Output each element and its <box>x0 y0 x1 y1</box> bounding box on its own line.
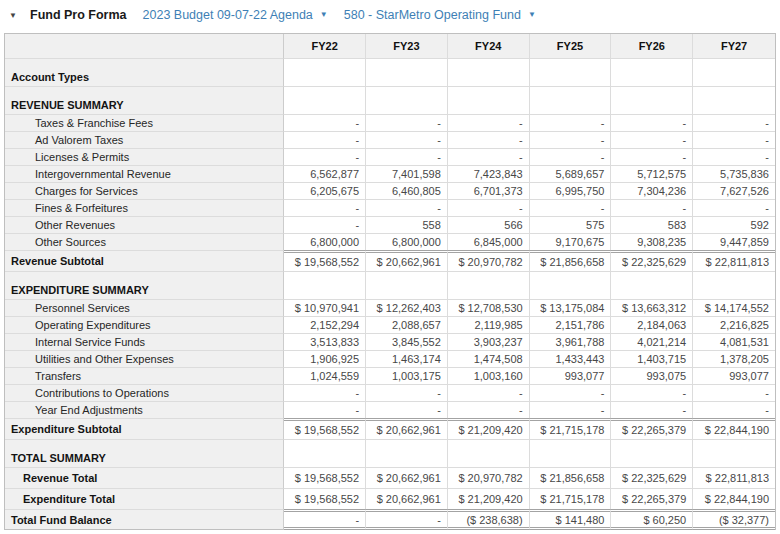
cell-expenditure-total-fy23: $ 20,662,961 <box>366 488 448 509</box>
cell-utilities-and-other-expenses-fy26: 1,403,715 <box>611 350 693 367</box>
cell-licenses-permits-fy22: - <box>284 148 366 165</box>
row-expenditure-subtotal: Expenditure Subtotal$ 19,568,552$ 20,662… <box>5 418 775 439</box>
cell-charges-for-services-fy24: 6,701,373 <box>448 182 530 199</box>
cell-transfers-fy26: 993,075 <box>611 367 693 384</box>
cell-taxes-franchise-fees-fy23: - <box>366 114 448 131</box>
cell-other-revenues-fy26: 583 <box>611 216 693 233</box>
row-operating-expenditures: Operating Expenditures2,152,2942,088,657… <box>5 316 775 333</box>
row-label-total-fund-balance: Total Fund Balance <box>5 509 284 530</box>
row-label-other-sources: Other Sources <box>5 233 284 250</box>
cell-internal-service-funds-fy26: 4,021,214 <box>611 333 693 350</box>
cell-charges-for-services-fy26: 7,304,236 <box>611 182 693 199</box>
cell-revenue-summary-fy22 <box>284 86 366 114</box>
cell-contributions-to-operations-fy25: - <box>530 384 612 401</box>
row-utilities-and-other-expenses: Utilities and Other Expenses1,906,9251,4… <box>5 350 775 367</box>
cell-utilities-and-other-expenses-fy23: 1,463,174 <box>366 350 448 367</box>
cell-other-revenues-fy25: 575 <box>530 216 612 233</box>
cell-revenue-subtotal-fy25: $ 21,856,658 <box>530 250 612 271</box>
cell-total-fund-balance-fy24: ($ 238,638) <box>448 509 530 530</box>
row-revenue-summary: REVENUE SUMMARY <box>5 86 775 114</box>
row-label-utilities-and-other-expenses: Utilities and Other Expenses <box>5 350 284 367</box>
cell-transfers-fy24: 1,003,160 <box>448 367 530 384</box>
cell-total-summary-fy24 <box>448 439 530 467</box>
cell-contributions-to-operations-fy27: - <box>693 384 775 401</box>
cell-expenditure-subtotal-fy23: $ 20,662,961 <box>366 418 448 439</box>
cell-year-end-adjustments-fy25: - <box>530 401 612 418</box>
cell-internal-service-funds-fy23: 3,845,552 <box>366 333 448 350</box>
cell-intergovernmental-revenue-fy24: 7,423,843 <box>448 165 530 182</box>
cell-contributions-to-operations-fy22: - <box>284 384 366 401</box>
cell-year-end-adjustments-fy22: - <box>284 401 366 418</box>
cell-operating-expenditures-fy26: 2,184,063 <box>611 316 693 333</box>
row-label-revenue-subtotal: Revenue Subtotal <box>5 250 284 271</box>
row-intergovernmental-revenue: Intergovernmental Revenue6,562,8777,401,… <box>5 165 775 182</box>
cell-licenses-permits-fy23: - <box>366 148 448 165</box>
row-label-account-types: Account Types <box>5 58 284 86</box>
cell-operating-expenditures-fy22: 2,152,294 <box>284 316 366 333</box>
cell-total-fund-balance-fy26: $ 60,250 <box>611 509 693 530</box>
row-label-revenue-summary: REVENUE SUMMARY <box>5 86 284 114</box>
fund-selector-dropdown[interactable]: 580 - StarMetro Operating Fund ▼ <box>344 8 536 22</box>
cell-utilities-and-other-expenses-fy27: 1,378,205 <box>693 350 775 367</box>
cell-ad-valorem-taxes-fy23: - <box>366 131 448 148</box>
row-year-end-adjustments: Year End Adjustments------ <box>5 401 775 418</box>
cell-revenue-total-fy26: $ 22,325,629 <box>611 467 693 488</box>
cell-taxes-franchise-fees-fy22: - <box>284 114 366 131</box>
row-label-taxes-franchise-fees: Taxes & Franchise Fees <box>5 114 284 131</box>
cell-charges-for-services-fy27: 7,627,526 <box>693 182 775 199</box>
cell-licenses-permits-fy26: - <box>611 148 693 165</box>
row-other-revenues: Other Revenues-558566575583592 <box>5 216 775 233</box>
cell-expenditure-total-fy26: $ 22,265,379 <box>611 488 693 509</box>
cell-year-end-adjustments-fy27: - <box>693 401 775 418</box>
cell-revenue-subtotal-fy22: $ 19,568,552 <box>284 250 366 271</box>
cell-personnel-services-fy26: $ 13,663,312 <box>611 299 693 316</box>
cell-expenditure-total-fy27: $ 22,844,190 <box>693 488 775 509</box>
cell-operating-expenditures-fy24: 2,119,985 <box>448 316 530 333</box>
cell-intergovernmental-revenue-fy23: 7,401,598 <box>366 165 448 182</box>
cell-transfers-fy23: 1,003,175 <box>366 367 448 384</box>
cell-total-summary-fy25 <box>530 439 612 467</box>
row-revenue-subtotal: Revenue Subtotal$ 19,568,552$ 20,662,961… <box>5 250 775 271</box>
collapse-arrow-icon[interactable]: ▼ <box>9 11 30 20</box>
row-account-types: Account Types <box>5 58 775 86</box>
cell-personnel-services-fy25: $ 13,175,084 <box>530 299 612 316</box>
cell-taxes-franchise-fees-fy24: - <box>448 114 530 131</box>
row-label-internal-service-funds: Internal Service Funds <box>5 333 284 350</box>
cell-personnel-services-fy22: $ 10,970,941 <box>284 299 366 316</box>
row-label-transfers: Transfers <box>5 367 284 384</box>
cell-internal-service-funds-fy27: 4,081,531 <box>693 333 775 350</box>
cell-other-sources-fy27: 9,447,859 <box>693 233 775 250</box>
cell-total-fund-balance-fy22: - <box>284 509 366 530</box>
cell-account-types-fy24 <box>448 58 530 86</box>
column-header-fy24: FY24 <box>448 34 530 58</box>
cell-expenditure-summary-fy25 <box>530 271 612 299</box>
row-label-total-summary: TOTAL SUMMARY <box>5 439 284 467</box>
table-header-row: FY22FY23FY24FY25FY26FY27 <box>5 34 775 58</box>
cell-operating-expenditures-fy25: 2,151,786 <box>530 316 612 333</box>
budget-version-dropdown[interactable]: 2023 Budget 09-07-22 Agenda ▼ <box>143 8 328 22</box>
cell-total-fund-balance-fy27: ($ 32,377) <box>693 509 775 530</box>
cell-other-sources-fy25: 9,170,675 <box>530 233 612 250</box>
cell-other-sources-fy26: 9,308,235 <box>611 233 693 250</box>
cell-revenue-total-fy25: $ 21,856,658 <box>530 467 612 488</box>
cell-expenditure-subtotal-fy26: $ 22,265,379 <box>611 418 693 439</box>
cell-intergovernmental-revenue-fy26: 5,712,575 <box>611 165 693 182</box>
cell-utilities-and-other-expenses-fy22: 1,906,925 <box>284 350 366 367</box>
row-fines-forfeitures: Fines & Forfeitures------ <box>5 199 775 216</box>
cell-revenue-summary-fy27 <box>693 86 775 114</box>
cell-licenses-permits-fy24: - <box>448 148 530 165</box>
cell-expenditure-subtotal-fy22: $ 19,568,552 <box>284 418 366 439</box>
cell-fines-forfeitures-fy27: - <box>693 199 775 216</box>
cell-other-sources-fy24: 6,845,000 <box>448 233 530 250</box>
row-licenses-permits: Licenses & Permits------ <box>5 148 775 165</box>
row-personnel-services: Personnel Services$ 10,970,941$ 12,262,4… <box>5 299 775 316</box>
row-total-fund-balance: Total Fund Balance--($ 238,638)$ 141,480… <box>5 509 775 530</box>
cell-revenue-summary-fy25 <box>530 86 612 114</box>
cell-revenue-summary-fy24 <box>448 86 530 114</box>
row-label-other-revenues: Other Revenues <box>5 216 284 233</box>
row-other-sources: Other Sources6,800,0006,800,0006,845,000… <box>5 233 775 250</box>
row-label-expenditure-total: Expenditure Total <box>5 488 284 509</box>
cell-contributions-to-operations-fy26: - <box>611 384 693 401</box>
cell-licenses-permits-fy25: - <box>530 148 612 165</box>
cell-utilities-and-other-expenses-fy24: 1,474,508 <box>448 350 530 367</box>
